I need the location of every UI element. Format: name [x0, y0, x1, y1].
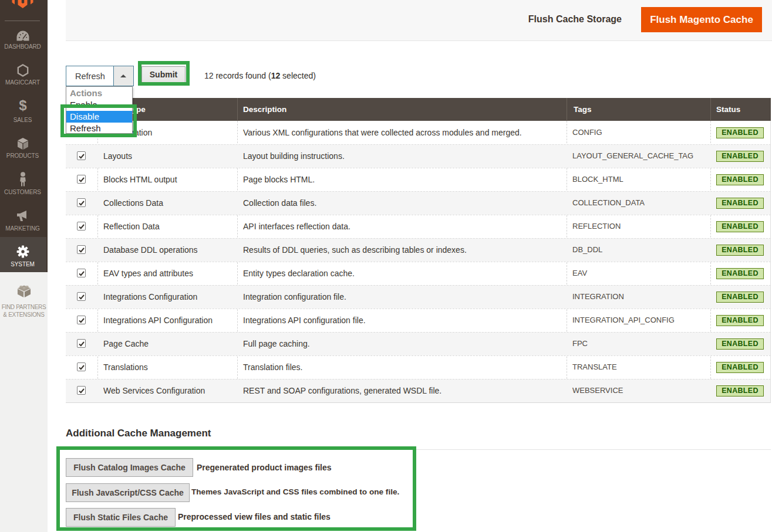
svg-text:$: $	[19, 99, 27, 113]
